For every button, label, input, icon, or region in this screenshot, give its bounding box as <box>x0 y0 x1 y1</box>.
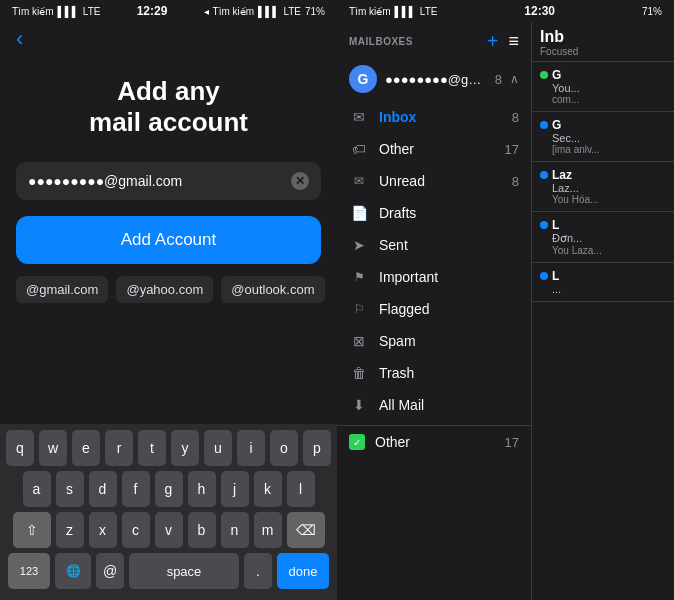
trash-label: Trash <box>379 365 519 381</box>
key-k[interactable]: k <box>254 471 282 507</box>
mailbox-spam[interactable]: ⊠ Spam <box>337 325 531 357</box>
spam-label: Spam <box>379 333 519 349</box>
key-q[interactable]: q <box>6 430 34 466</box>
preview-1: com... <box>540 94 666 105</box>
key-w[interactable]: w <box>39 430 67 466</box>
sender-3: Laz <box>552 168 572 182</box>
left-carrier2: Tìm kiếm <box>213 6 255 17</box>
other-check-icon: ✓ <box>349 434 365 450</box>
key-x[interactable]: x <box>89 512 117 548</box>
key-o[interactable]: o <box>270 430 298 466</box>
add-mailbox-button[interactable]: + <box>487 30 499 53</box>
unread-dot-1 <box>540 71 548 79</box>
shift-key[interactable]: ⇧ <box>13 512 51 548</box>
inbox-item-5[interactable]: L ... <box>532 263 674 302</box>
important-icon: ⚑ <box>349 270 369 284</box>
key-c[interactable]: c <box>122 512 150 548</box>
clear-button[interactable]: ✕ <box>291 172 309 190</box>
unread-dot-2 <box>540 121 548 129</box>
key-l[interactable]: l <box>287 471 315 507</box>
mailbox-sent[interactable]: ➤ Sent <box>337 229 531 261</box>
email-input[interactable] <box>28 173 291 189</box>
trash-icon: 🗑 <box>349 365 369 381</box>
key-y[interactable]: y <box>171 430 199 466</box>
key-t[interactable]: t <box>138 430 166 466</box>
right-carrier-info: Tìm kiếm ▌▌▌ LTE <box>349 6 437 17</box>
delete-key[interactable]: ⌫ <box>287 512 325 548</box>
preview-3: You Hóa... <box>540 194 666 205</box>
mailboxes-header: MAILBOXES + ≡ <box>337 22 531 57</box>
key-e[interactable]: e <box>72 430 100 466</box>
key-n[interactable]: n <box>221 512 249 548</box>
inbox-item-3[interactable]: Laz Laz... You Hóa... <box>532 162 674 212</box>
unread-count: 8 <box>512 174 519 189</box>
done-key[interactable]: done <box>277 553 329 589</box>
mailbox-all-mail[interactable]: ⬇ All Mail <box>337 389 531 421</box>
other-label: Other <box>379 141 495 157</box>
mailbox-drafts[interactable]: 📄 Drafts <box>337 197 531 229</box>
key-f[interactable]: f <box>122 471 150 507</box>
num-key[interactable]: 123 <box>8 553 50 589</box>
inbox-item-4-top: L <box>540 218 666 232</box>
key-u[interactable]: u <box>204 430 232 466</box>
back-button[interactable]: ‹ <box>0 22 337 56</box>
left-gps-icon: ◂ <box>204 6 209 17</box>
subject-4: Đơn... <box>540 232 666 245</box>
left-signal: ▌▌▌ <box>58 6 79 17</box>
at-key[interactable]: @ <box>96 553 124 589</box>
right-panel: Tìm kiếm ▌▌▌ LTE 12:30 71% MAILBOXES + ≡… <box>337 0 674 600</box>
key-j[interactable]: j <box>221 471 249 507</box>
key-s[interactable]: s <box>56 471 84 507</box>
key-p[interactable]: p <box>303 430 331 466</box>
mailbox-inbox[interactable]: ✉ Inbox 8 <box>337 101 531 133</box>
right-battery: 71% <box>642 6 662 17</box>
unread-dot-3 <box>540 171 548 179</box>
unread-dot-4 <box>540 221 548 229</box>
left-right-icons: ◂ Tìm kiếm ▌▌▌ LTE 71% <box>204 6 325 17</box>
key-m[interactable]: m <box>254 512 282 548</box>
mailbox-other-bottom[interactable]: ✓ Other 17 <box>337 425 531 458</box>
hamburger-button[interactable]: ≡ <box>508 31 519 52</box>
inbox-item-1[interactable]: G You... com... <box>532 62 674 112</box>
mailbox-flagged[interactable]: ⚐ Flagged <box>337 293 531 325</box>
key-z[interactable]: z <box>56 512 84 548</box>
key-r[interactable]: r <box>105 430 133 466</box>
account-row[interactable]: G ●●●●●●●●@gma... 8 ∧ <box>337 57 531 101</box>
keyboard-row-2: a s d f g h j k l <box>4 471 333 507</box>
key-i[interactable]: i <box>237 430 265 466</box>
mailbox-trash[interactable]: 🗑 Trash <box>337 357 531 389</box>
sender-4: L <box>552 218 559 232</box>
status-bar-right: Tìm kiếm ▌▌▌ LTE 12:30 71% <box>337 0 674 22</box>
right-content: MAILBOXES + ≡ G ●●●●●●●●@gma... 8 ∧ ✉ In… <box>337 22 674 600</box>
suggestion-yahoo[interactable]: @yahoo.com <box>116 276 213 303</box>
mailbox-important[interactable]: ⚑ Important <box>337 261 531 293</box>
left-network: LTE <box>83 6 101 17</box>
inbox-item-2[interactable]: G Sec... [ima anlv... <box>532 112 674 162</box>
key-b[interactable]: b <box>188 512 216 548</box>
google-avatar: G <box>349 65 377 93</box>
mailbox-other[interactable]: 🏷 Other 17 <box>337 133 531 165</box>
mailboxes-title: MAILBOXES <box>349 36 413 47</box>
inbox-item-2-top: G <box>540 118 666 132</box>
suggestion-outlook[interactable]: @outlook.com <box>221 276 324 303</box>
key-h[interactable]: h <box>188 471 216 507</box>
globe-key[interactable]: 🌐 <box>55 553 91 589</box>
unread-dot-5 <box>540 272 548 280</box>
dot-key[interactable]: . <box>244 553 272 589</box>
keyboard-row-1: q w e r t y u i o p <box>4 430 333 466</box>
chevron-up-icon: ∧ <box>510 72 519 86</box>
space-key[interactable]: space <box>129 553 239 589</box>
mailbox-unread[interactable]: ✉ Unread 8 <box>337 165 531 197</box>
sender-2: G <box>552 118 561 132</box>
unread-icon: ✉ <box>349 174 369 188</box>
key-a[interactable]: a <box>23 471 51 507</box>
inbox-item-4[interactable]: L Đơn... You Laza... <box>532 212 674 263</box>
account-unread-count: 8 <box>495 72 502 87</box>
key-g[interactable]: g <box>155 471 183 507</box>
inbox-item-5-top: L <box>540 269 666 283</box>
suggestion-gmail[interactable]: @gmail.com <box>16 276 108 303</box>
key-d[interactable]: d <box>89 471 117 507</box>
key-v[interactable]: v <box>155 512 183 548</box>
inbox-icon: ✉ <box>349 109 369 125</box>
add-account-button[interactable]: Add Account <box>16 216 321 264</box>
